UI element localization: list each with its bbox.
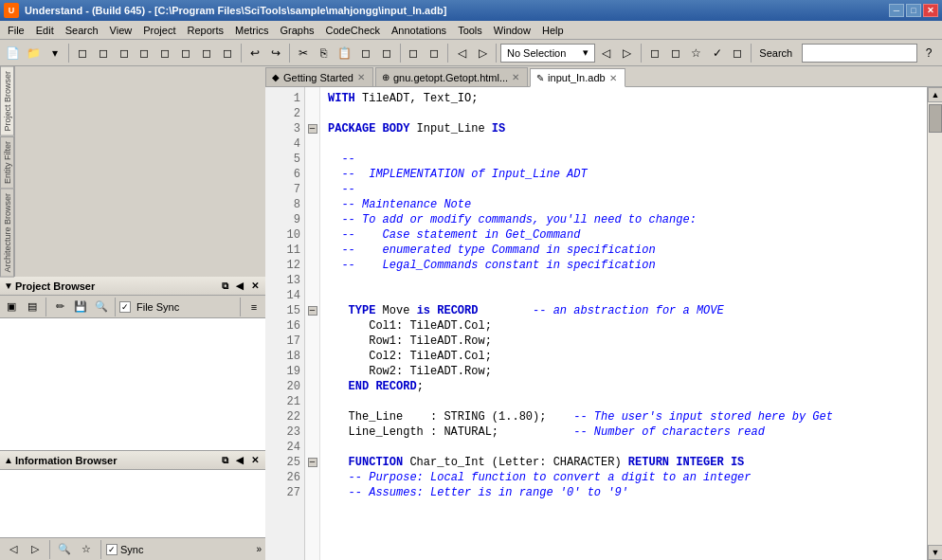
tb-copy-btn[interactable]: ⎘ xyxy=(315,43,334,63)
pb-tb-btn2[interactable]: ▤ xyxy=(23,298,42,316)
tb-btn-10[interactable]: ◻ xyxy=(218,43,237,63)
tb-open-btn[interactable]: 📁 xyxy=(25,43,44,63)
fold-3[interactable]: ─ xyxy=(305,121,319,136)
architecture-browser-side-tab[interactable]: Architecture Browser xyxy=(0,189,14,278)
project-browser-side-tab[interactable]: Project Browser xyxy=(0,66,14,136)
scroll-up-btn[interactable]: ▲ xyxy=(928,87,942,102)
tb-btn-7[interactable]: ◻ xyxy=(155,43,174,63)
tb-btn-6[interactable]: ◻ xyxy=(136,43,154,63)
menu-codecheck[interactable]: CodeCheck xyxy=(320,23,386,38)
fold-15[interactable]: ─ xyxy=(305,303,319,318)
project-browser-toolbar: ▣ ▤ ✏ 💾 🔍 ✓ File Sync ≡ xyxy=(0,296,265,318)
panel-icon-1[interactable]: ⧉ xyxy=(218,280,231,293)
tab-close-1[interactable]: ✕ xyxy=(512,72,519,82)
tb-undo-btn[interactable]: ↩ xyxy=(245,43,264,63)
info-back-btn[interactable]: ◁ xyxy=(4,540,23,559)
code-line-26: -- Purpose: Local function to convert a … xyxy=(328,470,919,485)
menu-window[interactable]: Window xyxy=(488,23,536,38)
tb-btn-19[interactable]: ▷ xyxy=(473,43,492,63)
tb-btn-15[interactable]: ◻ xyxy=(377,43,396,63)
search-box[interactable] xyxy=(802,44,917,63)
info-more-btn[interactable]: » xyxy=(256,544,262,554)
tb-new-btn[interactable]: 📄 xyxy=(4,43,23,63)
info-icon-1[interactable]: ⧉ xyxy=(218,454,231,467)
pb-tb-btn3[interactable]: ✏ xyxy=(50,298,69,316)
sync-checkbox[interactable]: ✓ xyxy=(106,544,118,555)
tb-btn-14[interactable]: ◻ xyxy=(356,43,375,63)
tb-btn-23[interactable]: ◻ xyxy=(666,43,685,63)
tb-btn-4[interactable]: ◻ xyxy=(94,43,113,63)
menu-reports[interactable]: Reports xyxy=(181,23,229,38)
maximize-button[interactable]: □ xyxy=(906,4,921,17)
menu-annotations[interactable]: Annotations xyxy=(386,23,452,38)
scroll-track[interactable] xyxy=(928,102,942,545)
code-content[interactable]: WITH TileADT, Text_IO; PACKAGE BODY Inpu… xyxy=(320,87,927,560)
tb-dropdown-btn[interactable]: ▾ xyxy=(45,43,64,63)
info-fwd-btn[interactable]: ▷ xyxy=(26,540,45,559)
tab-getting-started[interactable]: ◆ Getting Started ✕ xyxy=(265,67,373,86)
menu-graphs[interactable]: Graphs xyxy=(274,23,319,38)
tb-btn-26[interactable]: ◻ xyxy=(728,43,747,63)
tab-close-0[interactable]: ✕ xyxy=(357,72,365,82)
tb-separator-4 xyxy=(400,44,401,63)
menu-edit[interactable]: Edit xyxy=(30,23,60,38)
menu-project[interactable]: Project xyxy=(137,23,181,38)
tb-btn-17[interactable]: ◻ xyxy=(425,43,444,63)
file-sync-checkbox[interactable]: ✓ xyxy=(119,301,131,313)
line-num-9: 9 xyxy=(265,212,304,227)
menu-metrics[interactable]: Metrics xyxy=(229,23,274,38)
close-button[interactable]: ✕ xyxy=(923,4,938,17)
search-input[interactable] xyxy=(803,47,916,59)
menu-help[interactable]: Help xyxy=(536,23,570,38)
tb-btn-8[interactable]: ◻ xyxy=(176,43,195,63)
info-close-btn[interactable]: ✕ xyxy=(248,454,262,467)
tb-btn-25[interactable]: ✓ xyxy=(708,43,727,63)
tb-btn-9[interactable]: ◻ xyxy=(197,43,216,63)
info-bookmark-btn[interactable]: ☆ xyxy=(77,540,96,559)
code-line-21 xyxy=(328,394,919,409)
code-line-27: -- Assumes: Letter is in range '0' to '9… xyxy=(328,485,919,500)
tb-nav-back[interactable]: ◁ xyxy=(597,43,616,63)
tb-btn-16[interactable]: ◻ xyxy=(404,43,423,63)
menu-tools[interactable]: Tools xyxy=(452,23,488,38)
tab-close-2[interactable]: ✕ xyxy=(609,73,617,83)
tb-btn-18[interactable]: ◁ xyxy=(452,43,471,63)
menu-file[interactable]: File xyxy=(2,23,30,38)
tb-paste-btn[interactable]: 📋 xyxy=(335,43,354,63)
tb-btn-5[interactable]: ◻ xyxy=(115,43,134,63)
fold-18 xyxy=(305,349,319,364)
pb-tb-menu[interactable]: ≡ xyxy=(245,298,263,316)
tb-nav-fwd[interactable]: ▷ xyxy=(618,43,637,63)
tab-getopt[interactable]: ⊕ gnu.getopt.Getopt.html... ✕ xyxy=(375,67,528,86)
no-selection-dropdown[interactable]: No Selection ▾ xyxy=(500,44,595,63)
line-num-19: 19 xyxy=(265,364,304,379)
menu-view[interactable]: View xyxy=(104,23,138,38)
inner-panels: ▼ Project Browser ⧉ ◀ ✕ ▣ ▤ ✏ 💾 xyxy=(0,277,265,560)
info-search-btn[interactable]: 🔍 xyxy=(55,540,74,559)
entity-filter-side-tab[interactable]: Entity Filter xyxy=(0,136,14,189)
pb-sep2 xyxy=(115,298,116,316)
vertical-scrollbar[interactable]: ▲ ▼ xyxy=(927,87,942,560)
tb-btn-22[interactable]: ◻ xyxy=(645,43,664,63)
left-panels-wrapper: Project Browser Entity Filter Architectu… xyxy=(0,66,265,560)
panel-close-btn[interactable]: ✕ xyxy=(248,280,262,293)
tb-separator-2 xyxy=(241,44,242,63)
pb-tb-btn5[interactable]: 🔍 xyxy=(92,298,111,316)
menu-search[interactable]: Search xyxy=(60,23,104,38)
search-help-btn[interactable]: ? xyxy=(919,43,938,63)
scroll-down-btn[interactable]: ▼ xyxy=(928,545,942,560)
tb-btn-3[interactable]: ◻ xyxy=(73,43,92,63)
info-browser-header[interactable]: ▲ Information Browser ⧉ ◀ ✕ xyxy=(0,451,265,470)
panel-icon-2[interactable]: ◀ xyxy=(233,280,246,293)
tb-redo-btn[interactable]: ↪ xyxy=(266,43,285,63)
editor-area: ◆ Getting Started ✕ ⊕ gnu.getopt.Getopt.… xyxy=(265,66,942,560)
scroll-thumb[interactable] xyxy=(929,104,942,133)
fold-25[interactable]: ─ xyxy=(305,455,319,470)
tb-btn-24[interactable]: ☆ xyxy=(687,43,706,63)
pb-tb-btn1[interactable]: ▣ xyxy=(2,298,21,316)
pb-tb-btn4[interactable]: 💾 xyxy=(71,298,90,316)
tab-input-adb[interactable]: ✎ input_In.adb ✕ xyxy=(530,68,625,87)
minimize-button[interactable]: ─ xyxy=(889,4,904,17)
tb-cut-btn[interactable]: ✂ xyxy=(294,43,313,63)
info-icon-2[interactable]: ◀ xyxy=(233,454,246,467)
